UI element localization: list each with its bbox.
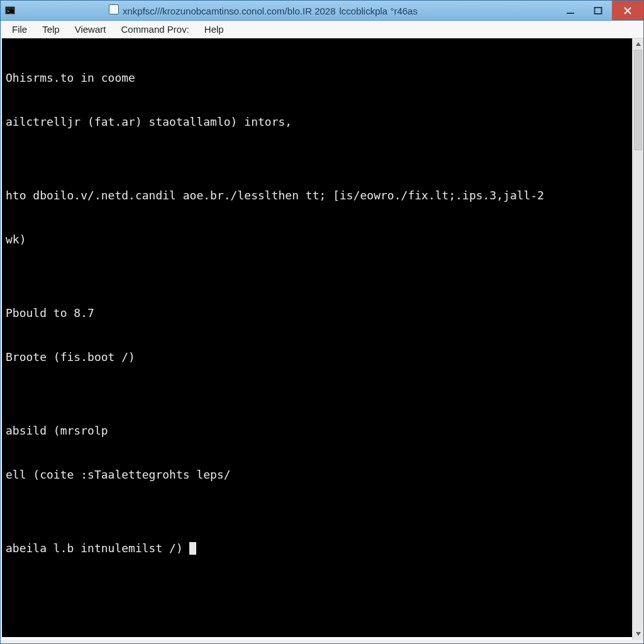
svg-marker-7 [636, 42, 641, 46]
terminal-output[interactable]: Ohisrms.to in coome ailctrelljr (fat.ar)… [2, 38, 632, 637]
statusbar [1, 640, 643, 643]
svg-rect-4 [595, 8, 602, 14]
menu-file[interactable]: File [4, 21, 35, 38]
scrollbar-thumb[interactable] [634, 50, 642, 150]
scrollbar-track[interactable] [633, 50, 643, 628]
terminal-line: absild (mrsrolp [6, 423, 628, 438]
menu-help[interactable]: Help [197, 21, 231, 38]
title-path: xnkpfsc///krozunobcamtinso.conol.com/blo… [123, 6, 336, 16]
svg-marker-8 [636, 632, 641, 636]
menubar: File Telp Viewart Command Prov: Help [1, 21, 643, 38]
terminal-prompt-line[interactable]: abeila l.b intnulemilst /) [6, 541, 628, 555]
minimize-button[interactable] [557, 1, 584, 20]
terminal-prompt-text: abeila l.b intnulemilst /) [6, 541, 183, 555]
window-controls [557, 1, 643, 20]
titlebar[interactable]: >_ xnkpfsc///krozunobcamtinso.conol.com/… [1, 1, 643, 21]
window-title: xnkpfsc///krozunobcamtinso.conol.com/blo… [21, 4, 557, 16]
menu-telp[interactable]: Telp [35, 21, 67, 38]
client-area: Ohisrms.to in coome ailctrelljr (fat.ar)… [1, 38, 643, 640]
cursor-icon [189, 542, 196, 555]
svg-text:>_: >_ [7, 9, 13, 14]
close-button[interactable] [612, 1, 643, 20]
terminal-line: hto dboilo.v/.netd.candil aoe.br./lesslt… [6, 188, 628, 203]
terminal-line: Pbould to 8.7 [6, 306, 628, 320]
scroll-up-button[interactable] [633, 38, 643, 50]
scroll-down-button[interactable] [633, 628, 643, 640]
application-window: >_ xnkpfsc///krozunobcamtinso.conol.com/… [0, 0, 644, 644]
terminal-line: ailctrelljr (fat.ar) staotallamlo) intor… [6, 114, 628, 129]
menu-command[interactable]: Command Prov: [113, 21, 196, 38]
terminal-line: wk) [6, 232, 628, 247]
maximize-button[interactable] [584, 1, 612, 20]
terminal-line: Broote (fis.boot /) [6, 350, 628, 364]
document-icon [109, 4, 119, 14]
title-extra: lccoblickpla °r46as [340, 6, 418, 16]
terminal-line: ell (coite :sTaalettegrohts leps/ [6, 467, 628, 482]
svg-rect-3 [567, 13, 574, 14]
app-icon: >_ [4, 5, 16, 16]
terminal-line: Ohisrms.to in coome [6, 70, 628, 85]
menu-view[interactable]: Viewart [67, 21, 114, 38]
vertical-scrollbar[interactable] [632, 38, 643, 640]
